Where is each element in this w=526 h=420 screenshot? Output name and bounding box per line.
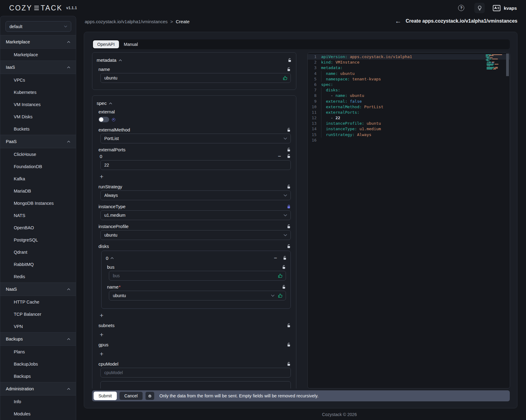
sidebar-item-redis[interactable]: Redis	[0, 271, 76, 283]
external-toggle[interactable]	[98, 117, 109, 122]
editor-scrollbar[interactable]	[506, 53, 509, 76]
unlock-icon[interactable]	[282, 285, 286, 289]
default-indicator-icon[interactable]	[112, 118, 115, 121]
editor-minimap[interactable]	[486, 54, 505, 71]
port-input[interactable]: 22	[100, 160, 291, 170]
thumbs-up-icon[interactable]	[278, 293, 283, 298]
instanceType-select[interactable]: u1.medium	[100, 210, 291, 220]
sidebar-item-clickhouse[interactable]: ClickHouse	[0, 148, 76, 160]
editor-line[interactable]: 6 spec:	[308, 82, 510, 87]
unlock-icon[interactable]	[287, 224, 291, 229]
sidebar-section-paas[interactable]: PaaS	[0, 135, 76, 148]
debug-button[interactable]	[145, 392, 154, 400]
instanceProfile-select[interactable]: ubuntu	[100, 230, 291, 240]
tab-openapi[interactable]: OpenAPI	[93, 40, 119, 48]
sidebar-item-mongodb-instances[interactable]: MongoDB Instances	[0, 197, 76, 209]
sidebar-item-marketplace[interactable]: Marketplace	[0, 49, 76, 61]
editor-line[interactable]: 7 disks:	[308, 87, 510, 93]
unlock-icon[interactable]	[287, 323, 291, 328]
collapse-chevron-icon[interactable]	[110, 257, 114, 259]
disk-name-select[interactable]: ubuntu	[109, 291, 286, 300]
sidebar-item-foundationdb[interactable]: FoundationDB	[0, 160, 76, 173]
editor-line[interactable]: 8 - name: ubuntu	[308, 93, 510, 98]
sidebar-item-postgresql[interactable]: PostgreSQL	[0, 234, 76, 246]
sidebar-item-mariadb[interactable]: MariaDB	[0, 185, 76, 197]
add-gpu-button[interactable]: +	[100, 350, 106, 358]
back-arrow-icon[interactable]: ←	[395, 18, 401, 24]
sidebar-item-info[interactable]: Info	[0, 396, 76, 408]
unlock-icon[interactable]	[287, 148, 291, 152]
unlock-icon[interactable]	[287, 343, 291, 347]
remove-item-icon[interactable]: −	[278, 153, 281, 159]
unlock-icon[interactable]	[287, 154, 291, 158]
sidebar-section-iaas[interactable]: IaaS	[0, 61, 76, 74]
add-port-button[interactable]: +	[100, 173, 106, 180]
sidebar-item-vm-instances[interactable]: VM Instances	[0, 98, 76, 111]
sidebar-item-plans[interactable]: Plans	[0, 346, 76, 358]
add-disk-button[interactable]: +	[100, 312, 106, 319]
externalMethod-select[interactable]: PortList	[100, 134, 291, 143]
sidebar-item-tcp-balancer[interactable]: TCP Balancer	[0, 308, 76, 320]
editor-line[interactable]: 13 instanceProfile: ubuntu	[308, 121, 510, 126]
collapse-chevron-icon[interactable]	[109, 102, 112, 105]
editor-line[interactable]: 10 externalMethod: PortList	[308, 104, 510, 110]
sidebar-section-marketplace[interactable]: Marketplace	[0, 35, 76, 49]
editor-line[interactable]: 3 metadata:	[308, 65, 510, 71]
sidebar-item-qdrant[interactable]: Qdrant	[0, 246, 76, 258]
unlock-icon[interactable]	[287, 67, 291, 72]
user-menu[interactable]: kvaps	[493, 5, 517, 11]
runStrategy-select[interactable]: Always	[100, 190, 291, 200]
editor-line[interactable]: 11 externalPorts:	[308, 110, 510, 115]
unlock-icon[interactable]	[288, 58, 292, 62]
theme-lightbulb-icon[interactable]	[474, 3, 485, 13]
sidebar-item-http-cache[interactable]: HTTP Cache	[0, 296, 76, 308]
editor-lines[interactable]: 1 apiVersion: apps.cozystack.io/v1alpha1…	[308, 53, 510, 143]
namespace-select[interactable]: default	[6, 21, 71, 32]
editor-line[interactable]: 12 - 22	[308, 115, 510, 121]
editor-line[interactable]: 9 external: false	[308, 99, 510, 104]
help-icon[interactable]: ?	[456, 3, 466, 13]
editor-line[interactable]: 5 namespace: tenant-kvaps	[308, 76, 510, 82]
cancel-button[interactable]: Cancel	[119, 392, 143, 400]
unlock-icon[interactable]	[287, 185, 291, 189]
collapse-chevron-icon[interactable]	[119, 59, 122, 61]
editor-line[interactable]: 1 apiVersion: apps.cozystack.io/v1alpha1	[308, 54, 510, 60]
unlock-icon[interactable]	[283, 256, 287, 260]
sidebar-section-naas[interactable]: NaaS	[0, 282, 76, 296]
breadcrumb-link[interactable]: apps.cozystack.io/v1alpha1/vminstances	[85, 19, 168, 24]
sidebar-item-kubernetes[interactable]: Kubernetes	[0, 86, 76, 98]
remove-item-icon[interactable]: −	[274, 255, 277, 261]
add-subnet-button[interactable]: +	[100, 331, 106, 338]
sidebar-item-nats[interactable]: NATS	[0, 209, 76, 222]
bus-input[interactable]: bus	[109, 271, 286, 281]
sidebar-item-backups[interactable]: Backups	[0, 370, 76, 382]
next-field-input-clipped[interactable]	[100, 381, 291, 389]
unlock-icon[interactable]	[287, 128, 291, 132]
thumbs-up-icon[interactable]	[283, 76, 288, 81]
unlock-icon[interactable]	[282, 265, 286, 269]
sidebar-item-backupjobs[interactable]: BackupJobs	[0, 358, 76, 370]
submit-button[interactable]: Submit	[94, 392, 117, 400]
sidebar-item-vm-disks[interactable]: VM Disks	[0, 111, 76, 123]
sidebar-item-modules[interactable]: Modules	[0, 408, 76, 420]
sidebar-item-vpcs[interactable]: VPCs	[0, 74, 76, 86]
editor-line[interactable]: 15 runStrategy: Always	[308, 132, 510, 138]
yaml-editor[interactable]: 1 apiVersion: apps.cozystack.io/v1alpha1…	[307, 52, 510, 389]
sidebar-item-vpn[interactable]: VPN	[0, 320, 76, 333]
sidebar-item-rabbitmq[interactable]: RabbitMQ	[0, 258, 76, 271]
name-input[interactable]: ubuntu	[100, 73, 291, 83]
thumbs-up-icon[interactable]	[278, 273, 283, 278]
lock-icon[interactable]	[287, 204, 291, 209]
sidebar-item-buckets[interactable]: Buckets	[0, 123, 76, 135]
sidebar-item-openbao[interactable]: OpenBAO	[0, 222, 76, 234]
editor-line[interactable]: 4 name: ubuntu	[308, 71, 510, 76]
cpuModel-input[interactable]: cpuModel	[100, 368, 291, 378]
tab-manual[interactable]: Manual	[120, 40, 142, 48]
sidebar-section-administration[interactable]: Administration	[0, 382, 76, 396]
editor-line[interactable]: 16	[308, 138, 510, 143]
editor-line[interactable]: 2 kind: VMInstance	[308, 60, 510, 65]
unlock-icon[interactable]	[287, 244, 291, 249]
sidebar-item-kafka[interactable]: Kafka	[0, 173, 76, 185]
editor-line[interactable]: 14 instanceType: u1.medium	[308, 126, 510, 132]
unlock-icon[interactable]	[287, 362, 291, 366]
